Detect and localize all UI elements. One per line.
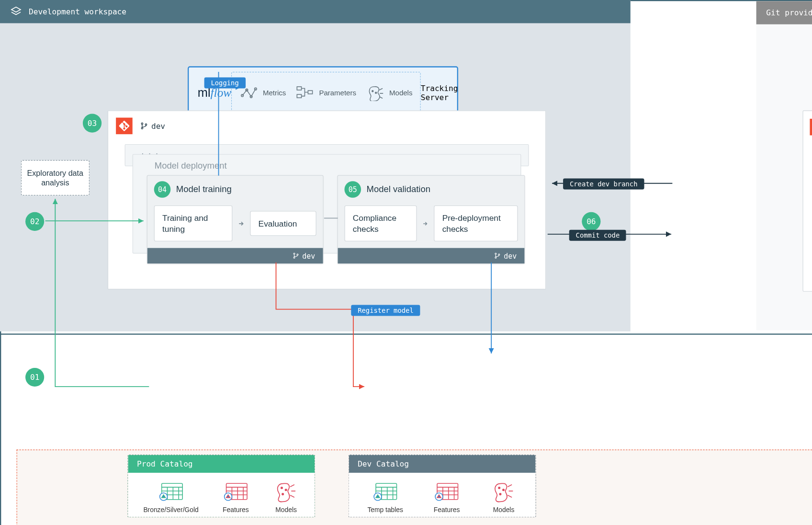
catalog-area: Prod Catalog Bronze/Silver/Gold Features… (17, 450, 812, 525)
prod-tables: Bronze/Silver/Gold (143, 479, 198, 514)
development-workspace-header: Development workspace (0, 0, 631, 23)
tracking-server: Metrics Parameters Models (231, 72, 420, 114)
logging-pill: Logging (204, 77, 246, 88)
compliance-step: Compliance checks (344, 205, 417, 241)
svg-point-6 (281, 487, 282, 489)
tree-file: deploy.py (810, 170, 812, 183)
prod-features: Features (223, 479, 249, 514)
pipeline-cards: . . . Model deployment 04 Model training… (125, 144, 529, 280)
svg-point-30 (296, 254, 298, 255)
svg-point-8 (282, 493, 283, 495)
svg-rect-20 (297, 87, 301, 90)
tree-file: unit.py (810, 253, 812, 267)
svg-point-26 (141, 127, 143, 129)
git-repo-card: dev models train.py deploy.py inference.… (802, 111, 812, 292)
step-04-badge: 04 (154, 181, 171, 198)
svg-point-25 (141, 123, 143, 124)
predeploy-step: Pre-deployment checks (434, 205, 518, 241)
svg-point-28 (293, 253, 295, 254)
svg-point-15 (500, 493, 501, 495)
git-provider-header: Git provider (756, 1, 812, 24)
svg-point-27 (145, 124, 147, 126)
validation-footer: dev (338, 248, 525, 263)
dev-catalog: Dev Catalog Temp tables Features Models (349, 455, 536, 517)
create-branch-label: Create dev branch (563, 178, 644, 189)
commit-code-label: Commit code (569, 230, 626, 241)
training-footer: dev (147, 248, 323, 263)
dev-features: Features (434, 479, 460, 514)
svg-rect-22 (308, 91, 312, 94)
step-06-badge: 06 (582, 212, 600, 231)
validation-title: Model validation (367, 184, 430, 194)
model-training-card: 04 Model training Training and tuning Ev… (147, 175, 324, 264)
development-workspace: Development workspace mlflow Metrics Par… (0, 0, 631, 331)
step-03-badge: 03 (83, 114, 102, 133)
svg-point-29 (293, 257, 295, 258)
svg-point-14 (503, 489, 504, 491)
tree-file: inference.py (810, 183, 812, 197)
evaluation-step: Evaluation (250, 211, 316, 236)
svg-rect-21 (297, 94, 301, 98)
prod-catalog-title: Prod Catalog (128, 455, 315, 473)
tracking-metrics: Metrics (240, 84, 286, 101)
tracking-models: Models (366, 84, 413, 101)
model-deployment-label: Model deployment (155, 161, 227, 171)
model-validation-card: 05 Model validation Compliance checks Pr… (337, 175, 525, 264)
prod-models: Models (273, 479, 299, 514)
main-repo-card: dev . . . Model deployment 04 Model trai… (108, 111, 546, 290)
register-model-pill: Register model (351, 305, 420, 316)
training-tuning-step: Training and tuning (154, 205, 232, 241)
tracking-server-title: Tracking Server (421, 84, 458, 102)
svg-point-23 (372, 91, 373, 92)
step-01-badge: 01 (25, 368, 44, 387)
exploratory-analysis-box: Exploratory data analysis (21, 160, 90, 195)
tree-file: monitoring.py (810, 197, 812, 211)
dev-models: Models (490, 479, 517, 514)
stack-icon (10, 6, 22, 18)
svg-point-32 (495, 257, 496, 258)
svg-point-13 (499, 487, 500, 489)
file-tree: models train.py deploy.py inference.py m… (810, 142, 812, 281)
main-repo-branch: dev (140, 122, 165, 130)
main-repo-header: dev (108, 111, 545, 139)
dev-temp-tables: Temp tables (367, 479, 403, 514)
tree-file: train.py (810, 156, 812, 170)
tree-file: integration.py (810, 267, 812, 281)
arrow-right-icon (238, 219, 245, 227)
tree-folder-models: models (810, 142, 812, 156)
arrow-right-icon (422, 219, 429, 227)
git-icon (116, 118, 133, 135)
tree-folder-tests: tests (810, 240, 812, 253)
tracking-parameters: Parameters (296, 84, 356, 101)
git-icon (810, 119, 812, 136)
svg-point-33 (498, 254, 499, 255)
svg-point-7 (285, 489, 287, 491)
step-05-badge: 05 (344, 181, 361, 198)
prod-catalog: Prod Catalog Bronze/Silver/Gold Features… (127, 455, 315, 517)
step-02-badge: 02 (25, 212, 44, 231)
tree-file: featurization.py (810, 226, 812, 240)
ellipsis-dots: . . . (141, 147, 159, 157)
svg-point-31 (495, 253, 496, 254)
training-title: Model training (176, 184, 232, 194)
dev-catalog-title: Dev Catalog (349, 455, 536, 473)
svg-point-24 (375, 92, 377, 93)
tree-folder-data: data (810, 212, 812, 226)
dev-workspace-label: Development workspace (29, 7, 126, 16)
